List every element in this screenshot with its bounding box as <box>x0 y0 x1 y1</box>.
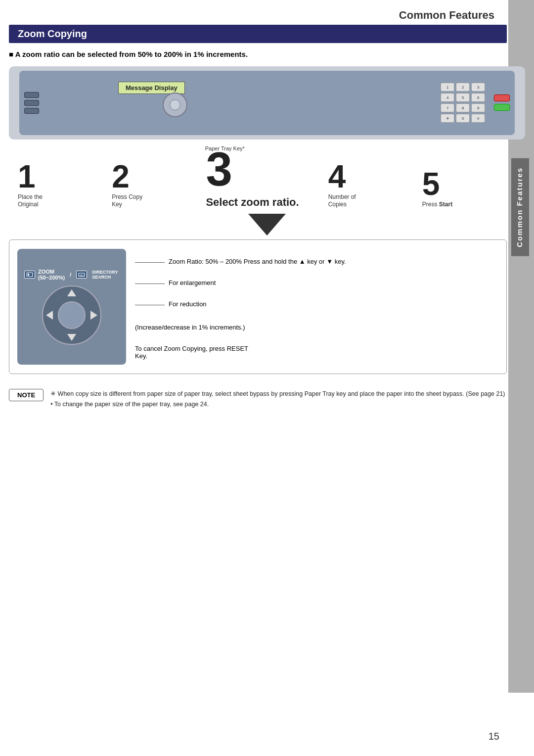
online-btn <box>24 108 39 114</box>
info-line-2: For enlargement <box>135 279 498 286</box>
step-4: 4 Number of Copies <box>328 161 422 209</box>
zoom-icon <box>24 271 35 279</box>
step-5-label: Press Start <box>422 201 452 209</box>
info-text-5: To cancel Zoom Copying, press RESETKey. <box>135 345 248 360</box>
machine-panel: Message Display 1 2 3 4 5 6 7 8 9 ✳ 0 # <box>19 71 515 135</box>
zoom-up-arrow <box>67 289 76 296</box>
step-2: 2 Press Copy Key <box>112 161 206 209</box>
note-text: ✳ When copy size is different from paper… <box>50 389 505 410</box>
start-btn <box>494 104 510 111</box>
info-line-1: Zoom Ratio: 50% – 200% Press and hold th… <box>135 258 498 265</box>
key-star: ✳ <box>441 114 454 123</box>
zoom-left-arrow <box>46 311 53 320</box>
dial-inner <box>170 99 180 110</box>
clear-stop-btn <box>494 94 510 101</box>
step-4-label: Number of Copies <box>328 193 356 209</box>
step-3: 3 Select zoom ratio. <box>206 145 328 209</box>
down-arrow-area <box>0 214 534 236</box>
zoom-detail-box: ZOOM (50~200%) / abc DIRECTORY SEARCH <box>9 239 507 374</box>
steps-container: Paper Tray Key* 1 Place the Original 2 P… <box>9 145 525 209</box>
key-4: 4 <box>441 93 454 102</box>
step-1-label: Place the Original <box>18 193 43 209</box>
zoom-label-area: ZOOM (50~200%) / abc DIRECTORY SEARCH <box>24 269 119 281</box>
key-0: 0 <box>456 114 470 123</box>
info-text-4: (Increase/decrease in 1% increments.) <box>135 324 245 331</box>
key-6: 6 <box>471 93 485 102</box>
machine-left-buttons <box>24 92 39 114</box>
note-bullet-2: • To change the paper size of the paper … <box>50 399 505 410</box>
info-line-5: To cancel Zoom Copying, press RESETKey. <box>135 345 498 360</box>
key-9: 9 <box>471 103 485 112</box>
info-text-1: Zoom Ratio: 50% – 200% Press and hold th… <box>169 258 346 265</box>
zoom-info: Zoom Ratio: 50% – 200% Press and hold th… <box>135 249 498 365</box>
subtitle: ■ A zoom ratio can be selected from 50% … <box>0 43 534 62</box>
zoom-separator: / <box>70 272 71 278</box>
step-3-label: Select zoom ratio. <box>206 196 299 209</box>
key-8: 8 <box>456 103 470 112</box>
header-title: Common Features <box>0 0 534 25</box>
zoom-select-area <box>158 93 192 117</box>
zoom-label-text: ZOOM (50~200%) <box>38 269 65 281</box>
key-1: 1 <box>441 83 454 92</box>
step-5: 5 Press Start <box>422 168 516 209</box>
key-hash: # <box>471 114 485 123</box>
svg-text:abc: abc <box>80 274 84 277</box>
section-title: Zoom Copying <box>18 28 87 39</box>
step-3-number: 3 <box>206 145 232 193</box>
step-4-number: 4 <box>328 161 346 192</box>
info-dash-3 <box>135 305 165 305</box>
key-7: 7 <box>441 103 454 112</box>
key-3: 3 <box>471 83 485 92</box>
step-2-number: 2 <box>112 161 130 192</box>
page-number: 15 <box>489 731 499 742</box>
section-bar: Zoom Copying <box>9 25 507 43</box>
info-text-2: For enlargement <box>169 279 216 286</box>
zoom-right-arrow <box>90 311 97 320</box>
machine-area: Message Display 1 2 3 4 5 6 7 8 9 ✳ 0 # <box>9 66 525 140</box>
directory-label: DIRECTORY SEARCH <box>92 270 118 280</box>
directory-icon: abc <box>76 271 87 279</box>
note-box: NOTE <box>9 389 44 401</box>
message-display-label: Message Display <box>126 84 178 92</box>
start-clear-btns <box>494 94 510 111</box>
note-label: NOTE <box>17 391 35 399</box>
steps-area: 1 Place the Original 2 Press Copy Key 3 … <box>18 145 516 209</box>
step-5-number: 5 <box>422 168 440 200</box>
zoom-panel: ZOOM (50~200%) / abc DIRECTORY SEARCH <box>17 249 126 365</box>
fax-btn <box>24 100 39 106</box>
key-5: 5 <box>456 93 470 102</box>
machine-keypad: 1 2 3 4 5 6 7 8 9 ✳ 0 # <box>441 83 485 123</box>
step-1-number: 1 <box>18 161 36 192</box>
svg-rect-0 <box>27 273 33 277</box>
info-line-4: (Increase/decrease in 1% increments.) <box>135 324 498 331</box>
info-dash-1 <box>135 262 165 263</box>
zoom-down-arrow <box>67 334 76 341</box>
zoom-dial-inner <box>58 301 86 329</box>
key-2: 2 <box>456 83 470 92</box>
step-1: 1 Place the Original <box>18 161 112 209</box>
info-line-3: For reduction <box>135 300 498 308</box>
zoom-dial <box>42 285 101 345</box>
copy-btn <box>24 92 39 98</box>
info-text-3: For reduction <box>169 300 207 308</box>
down-arrow-icon <box>248 214 286 236</box>
machine-dial <box>163 93 187 117</box>
step-2-label: Press Copy Key <box>112 193 142 209</box>
note-area: NOTE ✳ When copy size is different from … <box>9 389 507 410</box>
info-dash-2 <box>135 284 165 284</box>
note-bullet-1: ✳ When copy size is different from paper… <box>50 389 505 399</box>
svg-rect-1 <box>28 274 29 276</box>
